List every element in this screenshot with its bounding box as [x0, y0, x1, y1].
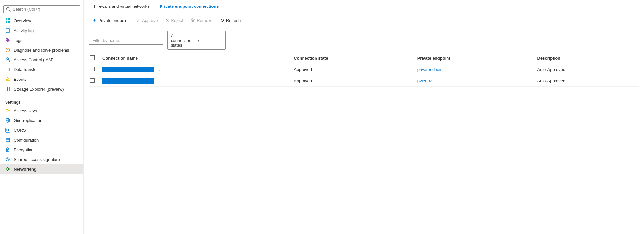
sidebar-item-overview-label: Overview: [14, 18, 31, 23]
sidebar-item-storage-explorer[interactable]: Storage Explorer (preview): [0, 84, 83, 94]
sidebar-item-events[interactable]: Events: [0, 74, 83, 84]
row1-checkbox[interactable]: [90, 67, 95, 71]
sidebar-item-tags-label: Tags: [14, 38, 22, 43]
row2-name-bar: [102, 78, 154, 84]
sidebar-item-tags[interactable]: Tags: [0, 35, 83, 45]
select-all-checkbox[interactable]: [90, 55, 95, 60]
col-connection-name: Connection name: [99, 53, 290, 64]
sidebar-item-cors-label: CORS: [14, 128, 26, 133]
access-control-icon: [5, 57, 10, 62]
sidebar-item-shared-access-label: Shared access signature: [14, 157, 60, 162]
tab-firewalls[interactable]: Firewalls and virtual networks: [89, 0, 155, 13]
svg-rect-3: [8, 18, 10, 20]
svg-point-38: [7, 168, 9, 170]
trash-icon: 🗑: [191, 18, 195, 23]
search-input[interactable]: [13, 7, 77, 12]
svg-point-40: [7, 170, 8, 171]
svg-point-12: [7, 51, 8, 51]
main-content: Firewalls and virtual networks Private e…: [84, 0, 644, 234]
sidebar-item-storage-explorer-label: Storage Explorer (preview): [14, 87, 64, 92]
svg-rect-6: [6, 29, 10, 32]
geo-replication-icon: [5, 118, 10, 123]
times-icon: ✕: [165, 18, 169, 23]
svg-point-13: [7, 58, 9, 60]
sidebar-item-encryption-label: Encryption: [14, 147, 33, 152]
table-container: Connection name Connection state Private…: [84, 53, 644, 234]
chevron-down-icon: ▾: [198, 39, 222, 42]
col-private-endpoint: Private endpoint: [413, 53, 533, 64]
search-icon: [6, 7, 11, 12]
svg-rect-32: [6, 138, 10, 142]
svg-line-1: [9, 10, 11, 11]
sidebar-item-diagnose[interactable]: Diagnose and solve problems: [0, 45, 83, 55]
table-row: ... Approved pvtend2 Auto-Approved: [89, 75, 639, 87]
cors-icon: [5, 128, 10, 133]
svg-point-37: [7, 159, 8, 160]
row1-connection-name: ...: [102, 67, 286, 72]
sidebar-item-access-control[interactable]: Access Control (IAM): [0, 55, 83, 65]
svg-point-39: [7, 167, 8, 168]
connections-table: Connection name Connection state Private…: [89, 53, 639, 87]
storage-explorer-icon: [5, 86, 10, 92]
sidebar-item-events-label: Events: [14, 77, 27, 82]
sidebar-item-access-keys-label: Access keys: [14, 108, 37, 113]
sidebar-item-access-keys[interactable]: Access keys: [0, 106, 83, 116]
svg-rect-21: [6, 89, 8, 91]
data-transfer-icon: [5, 67, 10, 72]
sidebar-item-data-transfer[interactable]: Data transfer: [0, 65, 83, 74]
sidebar: Overview Activity log Tags Diagnose and …: [0, 0, 84, 234]
sidebar-item-shared-access[interactable]: Shared access signature: [0, 154, 83, 164]
reject-button[interactable]: ✕ Reject: [162, 16, 186, 25]
svg-rect-20: [8, 87, 10, 89]
svg-rect-19: [6, 87, 8, 89]
sidebar-item-networking[interactable]: Networking: [0, 164, 83, 174]
row2-private-endpoint-link[interactable]: pvtend2: [417, 79, 432, 83]
refresh-button[interactable]: ↻ Refresh: [217, 16, 244, 25]
svg-point-36: [6, 158, 9, 161]
activity-log-icon: [5, 28, 10, 33]
configuration-icon: [5, 137, 10, 142]
sidebar-item-geo-replication[interactable]: Geo-replication: [0, 116, 83, 125]
svg-rect-22: [8, 89, 10, 91]
refresh-icon: ↻: [221, 18, 224, 23]
diagnose-icon: [5, 47, 10, 53]
tab-private-endpoints[interactable]: Private endpoint connections: [155, 0, 224, 13]
svg-point-41: [6, 169, 7, 170]
filter-row: All connection states ▾: [84, 28, 644, 53]
sidebar-item-diagnose-label: Diagnose and solve problems: [14, 48, 69, 53]
tags-icon: [5, 38, 10, 43]
row1-description: Auto-Approved: [533, 64, 639, 75]
encryption-icon: [5, 147, 10, 152]
sidebar-item-data-transfer-label: Data transfer: [14, 67, 38, 72]
sidebar-item-activity-log[interactable]: Activity log: [0, 26, 83, 35]
remove-button[interactable]: 🗑 Remove: [187, 16, 216, 25]
row1-private-endpoint-link[interactable]: privatendpoint: [417, 67, 444, 72]
sidebar-item-overview[interactable]: Overview: [0, 16, 83, 26]
svg-point-35: [7, 150, 8, 151]
row2-connection-state: Approved: [290, 75, 413, 87]
search-box[interactable]: [3, 5, 80, 13]
svg-rect-30: [6, 128, 10, 132]
toolbar: ＋ Private endpoint ✓ Approve ✕ Reject 🗑 …: [84, 13, 644, 28]
sidebar-item-access-control-label: Access Control (IAM): [14, 57, 54, 62]
svg-point-31: [7, 129, 9, 131]
table-row: ... Approved privatendpoint Auto-Approve…: [89, 64, 639, 75]
row2-description: Auto-Approved: [533, 75, 639, 87]
sidebar-item-configuration-label: Configuration: [14, 138, 39, 142]
networking-icon: [5, 166, 10, 172]
checkmark-icon: ✓: [137, 18, 140, 23]
svg-rect-2: [6, 18, 7, 20]
sidebar-item-configuration[interactable]: Configuration: [0, 135, 83, 145]
connection-state-dropdown[interactable]: All connection states ▾: [167, 31, 226, 50]
svg-point-18: [7, 80, 8, 81]
filter-input[interactable]: [89, 36, 163, 45]
tabs-bar: Firewalls and virtual networks Private e…: [84, 0, 644, 13]
approve-button[interactable]: ✓ Approve: [133, 16, 161, 25]
settings-section-label: Settings: [0, 95, 83, 106]
sidebar-item-cors[interactable]: CORS: [0, 125, 83, 135]
row2-checkbox[interactable]: [90, 78, 95, 83]
add-private-endpoint-button[interactable]: ＋ Private endpoint: [89, 16, 132, 25]
sidebar-item-encryption[interactable]: Encryption: [0, 145, 83, 154]
sidebar-item-activity-log-label: Activity log: [14, 28, 34, 33]
row2-connection-name: ...: [102, 78, 286, 84]
